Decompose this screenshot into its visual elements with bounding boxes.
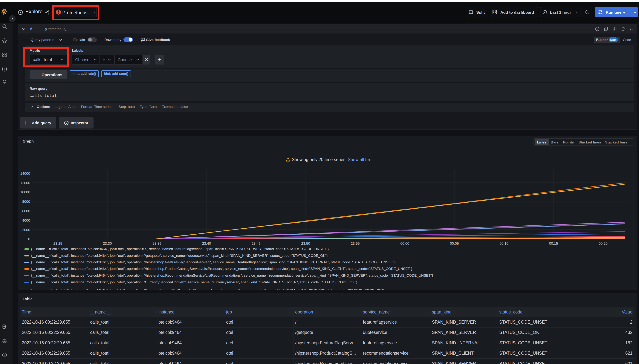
svg-text:14000: 14000 bbox=[20, 172, 30, 176]
svg-text:23:30: 23:30 bbox=[103, 242, 112, 246]
svg-text:00:10: 00:10 bbox=[500, 242, 508, 246]
svg-text:23:45: 23:45 bbox=[252, 242, 260, 246]
svg-text:23:35: 23:35 bbox=[152, 242, 162, 246]
svg-text:23:40: 23:40 bbox=[202, 242, 211, 246]
svg-text:2000: 2000 bbox=[22, 228, 30, 232]
svg-text:00:00: 00:00 bbox=[400, 242, 409, 246]
svg-text:4000: 4000 bbox=[22, 218, 30, 222]
svg-text:0: 0 bbox=[28, 237, 30, 241]
svg-text:8000: 8000 bbox=[22, 200, 30, 204]
svg-text:00:05: 00:05 bbox=[450, 242, 459, 246]
svg-text:12000: 12000 bbox=[20, 181, 30, 185]
svg-text:23:25: 23:25 bbox=[53, 242, 62, 246]
svg-text:6000: 6000 bbox=[22, 209, 30, 213]
svg-text:23:55: 23:55 bbox=[351, 242, 360, 246]
svg-text:10000: 10000 bbox=[20, 190, 30, 194]
svg-text:00:15: 00:15 bbox=[549, 242, 558, 246]
svg-text:00:20: 00:20 bbox=[598, 242, 608, 246]
svg-text:23:50: 23:50 bbox=[301, 242, 310, 246]
